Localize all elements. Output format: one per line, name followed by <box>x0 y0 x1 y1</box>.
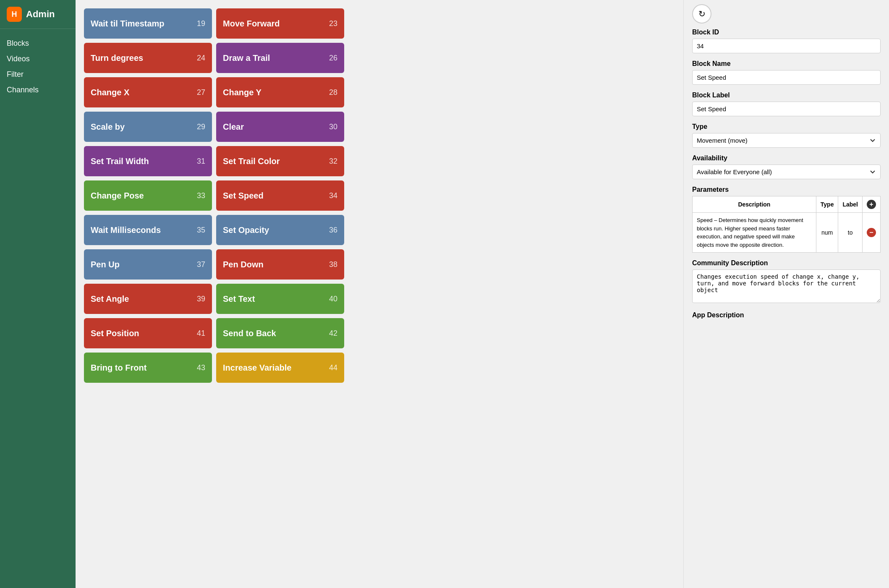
block-number-40: 40 <box>329 295 337 303</box>
block-id-input[interactable] <box>692 39 881 53</box>
block-label-42: Send to Back <box>223 329 276 338</box>
block-item-31[interactable]: Set Trail Width31 <box>84 146 212 176</box>
block-label-34: Set Speed <box>223 191 264 201</box>
block-label-39: Set Angle <box>91 294 129 304</box>
block-label-44: Increase Variable <box>223 363 291 373</box>
param-description: Speed – Determines how quickly movement … <box>693 213 816 253</box>
col-type: Type <box>816 196 838 213</box>
block-item-26[interactable]: Draw a Trail26 <box>216 43 344 73</box>
block-item-24[interactable]: Turn degrees24 <box>84 43 212 73</box>
availability-section: Availability Available for Everyone (all… <box>692 154 881 179</box>
block-id-label: Block ID <box>692 29 881 36</box>
block-item-41[interactable]: Set Position41 <box>84 318 212 348</box>
block-number-19: 19 <box>197 19 205 28</box>
block-item-43[interactable]: Bring to Front43 <box>84 353 212 383</box>
block-number-24: 24 <box>197 54 205 63</box>
community-desc-label: Community Description <box>692 259 881 267</box>
block-item-38[interactable]: Pen Down38 <box>216 249 344 280</box>
block-label-36: Set Opacity <box>223 225 269 235</box>
refresh-section: ↻ <box>692 4 881 24</box>
param-label: to <box>838 213 863 253</box>
block-number-42: 42 <box>329 329 337 338</box>
blocks-area: Wait til Timestamp19Move Forward23Turn d… <box>76 0 683 588</box>
block-item-42[interactable]: Send to Back42 <box>216 318 344 348</box>
parameters-section: Parameters Description Type Label + <box>692 186 881 253</box>
param-type: num <box>816 213 838 253</box>
block-number-34: 34 <box>329 191 337 200</box>
sidebar-header: H Admin <box>0 0 76 29</box>
block-number-27: 27 <box>197 88 205 97</box>
app-desc-label: App Description <box>692 311 881 319</box>
block-number-43: 43 <box>197 363 205 372</box>
refresh-icon: ↻ <box>698 9 706 19</box>
sidebar-item-filter[interactable]: Filter <box>7 68 69 81</box>
col-description: Description <box>693 196 816 213</box>
availability-select[interactable]: Available for Everyone (all)Admin OnlyTe… <box>692 165 881 179</box>
block-number-29: 29 <box>197 123 205 131</box>
block-item-40[interactable]: Set Text40 <box>216 284 344 314</box>
block-item-35[interactable]: Wait Milliseconds35 <box>84 215 212 245</box>
block-number-32: 32 <box>329 157 337 166</box>
block-number-35: 35 <box>197 226 205 235</box>
type-label: Type <box>692 123 881 131</box>
block-item-36[interactable]: Set Opacity36 <box>216 215 344 245</box>
refresh-button[interactable]: ↻ <box>692 4 711 24</box>
block-item-23[interactable]: Move Forward23 <box>216 8 344 39</box>
block-label-24: Turn degrees <box>91 53 143 63</box>
block-name-input[interactable] <box>692 70 881 85</box>
availability-label: Availability <box>692 154 881 162</box>
sidebar-item-blocks[interactable]: Blocks <box>7 37 69 50</box>
col-label: Label <box>838 196 863 213</box>
parameters-label: Parameters <box>692 186 881 193</box>
parameters-table: Description Type Label + Speed – Determi… <box>692 196 881 253</box>
block-item-34[interactable]: Set Speed34 <box>216 180 344 211</box>
block-item-27[interactable]: Change X27 <box>84 77 212 107</box>
block-label-28: Change Y <box>223 88 261 97</box>
block-label-27: Change X <box>91 88 129 97</box>
block-item-37[interactable]: Pen Up37 <box>84 249 212 280</box>
sidebar-item-videos[interactable]: Videos <box>7 53 69 65</box>
block-number-33: 33 <box>197 191 205 200</box>
block-item-28[interactable]: Change Y28 <box>216 77 344 107</box>
block-item-39[interactable]: Set Angle39 <box>84 284 212 314</box>
block-label-23: Move Forward <box>223 19 280 29</box>
block-label-38: Pen Down <box>223 260 264 269</box>
block-item-30[interactable]: Clear30 <box>216 112 344 142</box>
main-content: Wait til Timestamp19Move Forward23Turn d… <box>76 0 889 588</box>
block-label-19: Wait til Timestamp <box>91 19 165 29</box>
community-desc-textarea[interactable] <box>692 269 881 303</box>
block-number-41: 41 <box>197 329 205 338</box>
block-name-section: Block Name <box>692 60 881 85</box>
block-item-44[interactable]: Increase Variable44 <box>216 353 344 383</box>
block-id-section: Block ID <box>692 29 881 53</box>
app-desc-section: App Description <box>692 311 881 319</box>
app-logo: H <box>7 7 22 22</box>
block-number-23: 23 <box>329 19 337 28</box>
block-label-31: Set Trail Width <box>91 157 149 166</box>
block-number-26: 26 <box>329 54 337 63</box>
table-row: Speed – Determines how quickly movement … <box>693 213 881 253</box>
block-label-section: Block Label <box>692 91 881 116</box>
block-number-39: 39 <box>197 295 205 303</box>
block-label-37: Pen Up <box>91 260 120 269</box>
block-label-41: Set Position <box>91 329 139 338</box>
col-add: + <box>863 196 881 213</box>
sidebar: H Admin BlocksVideosFilterChannels <box>0 0 76 588</box>
block-label-input[interactable] <box>692 102 881 116</box>
block-item-29[interactable]: Scale by29 <box>84 112 212 142</box>
blocks-grid: Wait til Timestamp19Move Forward23Turn d… <box>84 8 344 383</box>
block-number-30: 30 <box>329 123 337 131</box>
type-select[interactable]: Movement (move)ControlAppearanceSensingO… <box>692 133 881 148</box>
block-label-label: Block Label <box>692 91 881 99</box>
remove-param-button[interactable]: − <box>867 228 876 237</box>
block-item-19[interactable]: Wait til Timestamp19 <box>84 8 212 39</box>
block-number-38: 38 <box>329 260 337 269</box>
block-item-33[interactable]: Change Pose33 <box>84 180 212 211</box>
block-label-43: Bring to Front <box>91 363 146 373</box>
sidebar-item-channels[interactable]: Channels <box>7 84 69 96</box>
block-number-28: 28 <box>329 88 337 97</box>
block-item-32[interactable]: Set Trail Color32 <box>216 146 344 176</box>
sidebar-nav: BlocksVideosFilterChannels <box>0 29 76 105</box>
right-panel: ↻ Block ID Block Name Block Label Type M… <box>683 0 889 588</box>
add-param-button[interactable]: + <box>867 200 876 209</box>
